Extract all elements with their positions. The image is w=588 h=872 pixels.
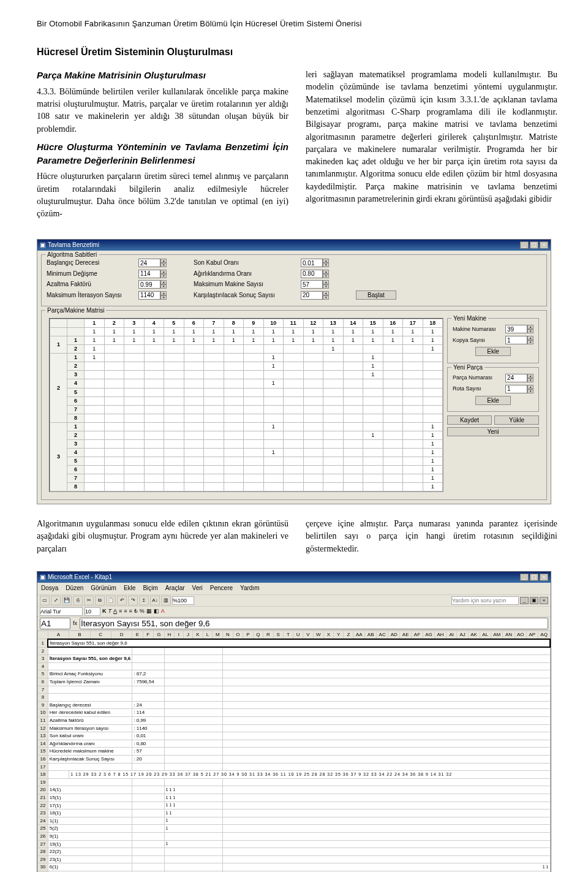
add-machine-button[interactable]: Ekle [475, 347, 510, 356]
start-button[interactable]: Başlat [356, 290, 396, 300]
input-mach-no[interactable]: ▴▾ [505, 325, 533, 333]
excel-menubar[interactable]: DosyaDüzenGörünümEkleBiçimAraçlarVeriPen… [37, 583, 551, 594]
align-left-icon[interactable]: ≡ [119, 607, 122, 615]
input-cmp-count[interactable]: ▴▾ [301, 291, 331, 300]
new-button[interactable]: Yeni [447, 427, 539, 436]
maximize-button[interactable]: ▢ [530, 241, 538, 249]
add-part-button[interactable]: Ekle [475, 396, 510, 405]
matrix-table[interactable]: 1234567891011121314151617181111111111111… [49, 318, 443, 492]
paragraph-bottom-left: Algoritmanın uygulanması sonucu elde edi… [37, 518, 288, 555]
menu-item[interactable]: Pencere [210, 584, 233, 593]
currency-icon[interactable]: ₺ [134, 607, 138, 615]
input-weight-ratio[interactable]: ▴▾ [301, 270, 331, 278]
label-route-count: Rota Sayısı [453, 385, 481, 393]
input-last-accept[interactable]: ▴▾ [301, 259, 331, 267]
save-icon[interactable]: 💾 [62, 596, 72, 605]
excel-icon: ▣ [40, 573, 45, 582]
dialog-titlebar[interactable]: ▣ Tavlama Benzetimi _ ▢ × [37, 240, 551, 251]
algoritma-sabitleri-group: Algoritma Sabitleri Başlangıç Derecesi ▴… [41, 254, 547, 306]
save-button[interactable]: Kaydet [447, 415, 492, 425]
align-right-icon[interactable]: ≡ [129, 607, 132, 615]
open-file-icon[interactable]: ⤢ [51, 596, 61, 605]
input-cool-factor[interactable]: ▴▾ [138, 280, 169, 289]
doc-restore-button[interactable]: ▣ [530, 597, 538, 604]
tavlama-dialog: ▣ Tavlama Benzetimi _ ▢ × Algoritma Sabi… [37, 239, 551, 504]
label-cmp-count: Karşılaştırılacak Sonuç Sayısı [194, 291, 301, 300]
label-last-accept: Son Kabul Oranı [194, 259, 301, 268]
menu-item[interactable]: Görünüm [91, 584, 116, 593]
bold-icon[interactable]: K [102, 607, 107, 615]
input-min-change[interactable]: ▴▾ [138, 270, 169, 278]
align-center-icon[interactable]: ≡ [124, 607, 127, 615]
excel-minimize-button[interactable]: _ [520, 574, 529, 581]
excel-title: Microsoft Excel - Kitap1 [48, 573, 520, 582]
autosum-icon[interactable]: Σ [139, 596, 149, 605]
redo-icon[interactable]: ↷ [128, 596, 138, 605]
running-header: Bir Otomobil Fabrikasının Şanzuman Üreti… [37, 18, 557, 30]
copy-icon[interactable]: ⧉ [95, 596, 105, 605]
menu-item[interactable]: Yardım [240, 584, 260, 593]
menu-item[interactable]: Araçlar [165, 584, 185, 593]
load-button[interactable]: Yükle [494, 415, 539, 425]
close-button[interactable]: × [540, 241, 548, 249]
excel-close-button[interactable]: × [540, 574, 548, 581]
minimize-button[interactable]: _ [520, 241, 529, 249]
fill-color-icon[interactable]: ◧ [154, 607, 159, 615]
help-search[interactable] [451, 596, 519, 605]
underline-icon[interactable]: A [113, 607, 117, 615]
input-part-no[interactable]: ▴▾ [505, 374, 533, 382]
spinner-up-icon[interactable]: ▴ [160, 259, 167, 263]
menu-item[interactable]: Biçim [143, 584, 157, 593]
menu-item[interactable]: Düzen [66, 584, 83, 593]
input-max-mach[interactable]: ▴▾ [301, 280, 331, 289]
menu-item[interactable]: Dosya [41, 584, 58, 593]
app-icon: ▣ [40, 241, 45, 250]
label-max-iter: Maksimum İterasyon Sayısı [47, 291, 138, 300]
doc-close-button[interactable]: × [540, 597, 548, 604]
left-column: Parça Makine Matrisinin Oluşturulması 4.… [37, 69, 288, 226]
menu-item[interactable]: Ekle [124, 584, 135, 593]
group-legend-2: Parça/Makine Matrisi [45, 306, 106, 316]
fx-icon[interactable]: fx [73, 620, 77, 627]
subheading-2: Hücre Oluşturma Yönteminin ve Tavlama Be… [37, 140, 288, 167]
excel-grid[interactable]: ABCDEFGHIJKLMNOPQRSTUVWXYZAAABACADAEAFAG… [37, 631, 551, 872]
excel-titlebar[interactable]: ▣ Microsoft Excel - Kitap1 _ ▢ × [37, 572, 551, 583]
new-file-icon[interactable]: ▭ [40, 596, 50, 605]
borders-icon[interactable]: ▦ [146, 607, 152, 615]
input-max-iter[interactable]: ▴▾ [138, 291, 169, 300]
formula-bar[interactable] [80, 618, 548, 629]
input-copy-count[interactable]: ▴▾ [505, 336, 533, 344]
label-start-degree: Başlangıç Derecesi [47, 259, 138, 268]
font-name-box[interactable] [40, 607, 83, 616]
menu-item[interactable]: Veri [192, 584, 203, 593]
sort-asc-icon[interactable]: A↓ [150, 596, 160, 605]
excel-toolbar[interactable]: ▭ ⤢ 💾 ⎙ ✂ ⧉ 📋 ↶ ↷ Σ A↓ ▥ _ ▣ × [37, 594, 551, 607]
label-part-no: Parça Numarası [453, 374, 492, 382]
italic-icon[interactable]: T [108, 607, 112, 615]
spinner-down-icon[interactable]: ▾ [160, 263, 167, 267]
input-start-degree[interactable]: ▴▾ [138, 259, 169, 267]
chart-icon[interactable]: ▥ [161, 596, 171, 605]
input-route-count[interactable]: ▴▾ [505, 385, 533, 393]
doc-minimize-button[interactable]: _ [520, 597, 529, 604]
paste-icon[interactable]: 📋 [106, 596, 116, 605]
paragraph-2: Hücre oluştururken parçaların üretim sür… [37, 170, 288, 220]
excel-maximize-button[interactable]: ▢ [530, 574, 538, 581]
excel-format-toolbar[interactable]: K T A ≡ ≡ ≡ ₺ % ▦ ◧ A [37, 607, 551, 616]
percent-icon[interactable]: % [140, 607, 145, 615]
side-legend-2: Yeni Parça [451, 363, 484, 373]
excel-window: ▣ Microsoft Excel - Kitap1 _ ▢ × DosyaDü… [37, 571, 551, 872]
font-size-box[interactable] [85, 607, 100, 616]
yeni-parca-group: Yeni Parça Parça Numarası▴▾ Rota Sayısı▴… [447, 367, 539, 412]
side-legend-1: Yeni Makine [451, 314, 488, 324]
zoom-box[interactable] [172, 596, 194, 605]
cut-icon[interactable]: ✂ [84, 596, 94, 605]
print-icon[interactable]: ⎙ [73, 596, 83, 605]
yeni-makine-group: Yeni Makine Makine Numarası▴▾ Kopya Sayı… [447, 318, 539, 363]
label-mach-no: Makine Numarası [453, 325, 496, 333]
undo-icon[interactable]: ↶ [117, 596, 127, 605]
label-weight-ratio: Ağırlıklandırma Oranı [194, 270, 301, 279]
name-box[interactable] [40, 618, 70, 629]
group-legend-1: Algoritma Sabitleri [45, 251, 99, 260]
font-color-icon[interactable]: A [161, 607, 165, 615]
